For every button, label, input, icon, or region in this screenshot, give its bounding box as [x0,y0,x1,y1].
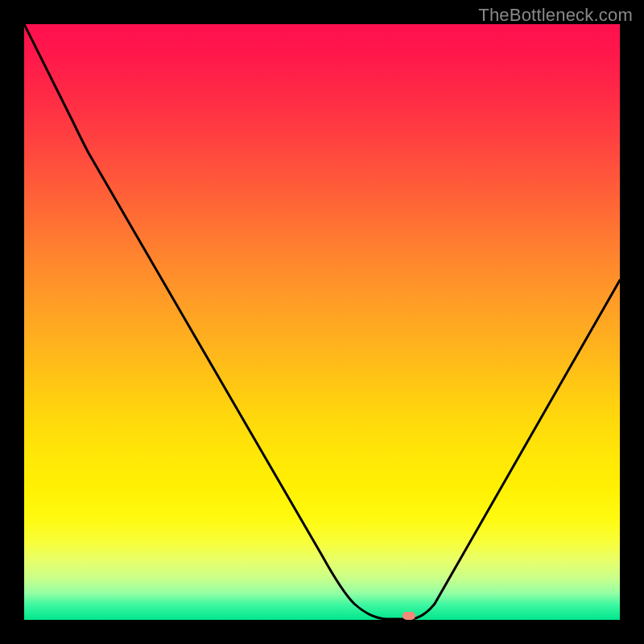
attribution-text: TheBottleneck.com [478,5,633,26]
optimal-point-marker [402,612,415,620]
bottleneck-curve [24,24,620,620]
chart-frame: TheBottleneck.com [0,0,644,644]
curve-path [24,24,620,619]
plot-area [24,24,620,620]
